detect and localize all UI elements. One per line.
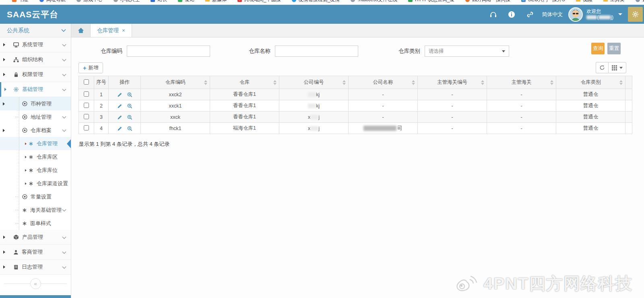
sidebar-item-basic-mgmt[interactable]: 基础管理 xyxy=(0,82,71,97)
cell-customs-no: - xyxy=(418,112,487,123)
cell-code: xxck1 xyxy=(141,100,210,112)
headphones-icon[interactable] xyxy=(484,11,502,18)
add-button[interactable]: + 新增 xyxy=(78,62,103,73)
view-zoom-icon[interactable] xyxy=(125,114,135,120)
bookmark-item[interactable]: 视频 xyxy=(576,0,592,3)
sort-icon[interactable] xyxy=(412,80,415,85)
column-label: 仓库 xyxy=(239,79,250,85)
caret-right-icon xyxy=(25,143,27,145)
column-header-customs-no[interactable]: 主管海关编号 xyxy=(418,76,487,89)
edit-pencil-icon[interactable] xyxy=(115,125,125,131)
sidebar-item-currency-mgmt[interactable]: 币种管理 xyxy=(0,97,71,110)
avatar[interactable] xyxy=(568,7,583,22)
sidebar-item-org-structure[interactable]: 组织结构 xyxy=(0,52,71,67)
info-icon[interactable] xyxy=(502,11,521,18)
edit-pencil-icon[interactable] xyxy=(115,114,125,120)
cell-warehouse: 香香仓库1 xyxy=(210,100,279,112)
sidebar-collapse-button[interactable]: « xyxy=(30,278,41,289)
sidebar-item-customer-mgmt[interactable]: 客商管理 xyxy=(0,245,71,260)
refresh-button[interactable] xyxy=(596,62,608,73)
link-icon[interactable] xyxy=(521,11,539,18)
column-header-warehouse[interactable]: 仓库 xyxy=(210,76,279,89)
sort-icon[interactable] xyxy=(481,80,484,85)
lock-icon xyxy=(13,72,19,77)
bookmark-item[interactable]: .htaccess文件在线 xyxy=(351,0,397,3)
reset-button[interactable]: 重置 xyxy=(607,43,621,54)
user-menu-caret-icon[interactable] xyxy=(618,13,622,15)
bookmark-item[interactable]: 爱站 xyxy=(178,0,194,3)
cell-company-no: kj xyxy=(279,89,349,100)
bookmark-item[interactable]: 中跨境电商_中国搜 xyxy=(237,0,281,3)
sidebar-item-label: 权限管理 xyxy=(22,71,43,78)
sidebar-item-constant-setting[interactable]: 常量设置 xyxy=(0,190,71,203)
sidebar-item-log-mgmt[interactable]: 日志管理 xyxy=(0,260,71,275)
columns-button[interactable] xyxy=(608,62,626,73)
columns-grid-icon xyxy=(612,65,617,70)
select-all-checkbox[interactable] xyxy=(84,79,89,85)
caret-right-icon xyxy=(3,250,5,254)
settings-gear-button[interactable] xyxy=(628,7,643,22)
warehouse-code-input[interactable] xyxy=(127,46,210,57)
cell-customs: - xyxy=(487,100,556,112)
bookmark-favicon-icon: 中 xyxy=(237,0,242,2)
cell-customs: - xyxy=(487,89,556,100)
sort-icon[interactable] xyxy=(550,80,553,85)
chevron-down-icon xyxy=(62,207,66,213)
row-checkbox[interactable] xyxy=(84,103,89,108)
view-zoom-icon[interactable] xyxy=(125,125,135,131)
view-zoom-icon[interactable] xyxy=(125,91,135,97)
column-header-company-name[interactable]: 公司名称 xyxy=(349,76,418,89)
row-checkbox[interactable] xyxy=(84,114,89,119)
bookmark-item[interactable]: 小说人生 xyxy=(114,0,140,3)
cell-code: xxck2 xyxy=(141,89,210,100)
column-header-company-no[interactable]: 公司编号 xyxy=(279,76,349,89)
sort-icon[interactable] xyxy=(619,80,623,85)
warehouse-category-select[interactable]: 请选择 xyxy=(425,46,509,57)
bookmark-item[interactable]: 工具类 xyxy=(603,0,625,3)
bookmark-item[interactable]: 新媒体 xyxy=(205,0,227,3)
bookmark-item[interactable]: 站长 xyxy=(151,0,167,3)
bookmark-item[interactable]: 友情链接检测_友情 xyxy=(292,0,340,3)
view-zoom-icon[interactable] xyxy=(125,103,135,108)
tab-warehouse-management[interactable]: 仓库管理 × xyxy=(91,24,132,37)
sidebar-item-warehouse-mgmt[interactable]: 仓库管理 xyxy=(0,137,71,150)
sidebar-item-warehouse-archive[interactable]: 仓库档案 xyxy=(0,124,71,137)
sidebar-item-waybill-style[interactable]: 面单样式 xyxy=(0,217,71,230)
bookmark-item[interactable]: HTTP状态查询_爱 xyxy=(408,0,454,3)
warehouse-name-input[interactable] xyxy=(275,46,358,57)
sidebar-item-product-mgmt[interactable]: 产品管理 xyxy=(0,230,71,245)
sidebar-item-permission-mgmt[interactable]: 权限管理 xyxy=(0,67,71,82)
sidebar-item-warehouse-zone[interactable]: 仓库库区 xyxy=(0,150,71,163)
sidebar-item-warehouse-location[interactable]: 仓库库位 xyxy=(0,163,71,177)
sort-icon[interactable] xyxy=(204,80,207,85)
sidebar-item-warehouse-channel-setting[interactable]: 仓库渠道设置 xyxy=(0,177,71,190)
tab-home[interactable] xyxy=(71,24,91,37)
dot-circle-icon xyxy=(22,128,27,133)
column-header-customs[interactable]: 主管海关 xyxy=(487,76,556,89)
bookmark-item[interactable]: 四方网络 - 搜狗搜 xyxy=(465,0,510,3)
edit-pencil-icon[interactable] xyxy=(115,91,125,97)
tab-close-icon[interactable]: × xyxy=(122,27,125,33)
row-checkbox[interactable] xyxy=(84,125,89,130)
sidebar-system-selector[interactable]: 公共系统 xyxy=(0,24,71,37)
sidebar-item-customs-basic-mgmt[interactable]: 海关基础管理 xyxy=(0,203,71,217)
sidebar-collapse-row: « xyxy=(0,275,71,292)
row-checkbox[interactable] xyxy=(84,91,89,97)
sidebar-bottom-bar xyxy=(0,295,71,298)
bookmark-item[interactable]: 金蝶国际软件集团 xyxy=(636,0,644,3)
search-button[interactable]: 查询 xyxy=(591,43,605,54)
language-switcher[interactable]: 简体中文 xyxy=(542,11,563,18)
sidebar-item-label: 日志管理 xyxy=(22,263,43,271)
bookmark-item[interactable]: 书签 xyxy=(12,0,29,3)
edit-pencil-icon[interactable] xyxy=(115,103,125,108)
sort-icon[interactable] xyxy=(343,80,346,85)
sidebar-item-system-mgmt[interactable]: 系统管理 xyxy=(0,37,71,52)
column-header-code[interactable]: 仓库编码 xyxy=(141,76,210,89)
bookmark-item[interactable]: 网址导航 xyxy=(39,0,66,3)
tree-stub xyxy=(15,210,19,210)
sort-icon[interactable] xyxy=(273,80,277,85)
column-header-category[interactable]: 仓库类别 xyxy=(556,76,625,89)
bookmark-item[interactable]: 游戏中心 xyxy=(76,0,103,3)
sidebar-item-address-mgmt[interactable]: 地址管理 xyxy=(0,110,71,124)
bookmark-item[interactable]: SSEO入门 - 搜外S xyxy=(521,0,565,3)
